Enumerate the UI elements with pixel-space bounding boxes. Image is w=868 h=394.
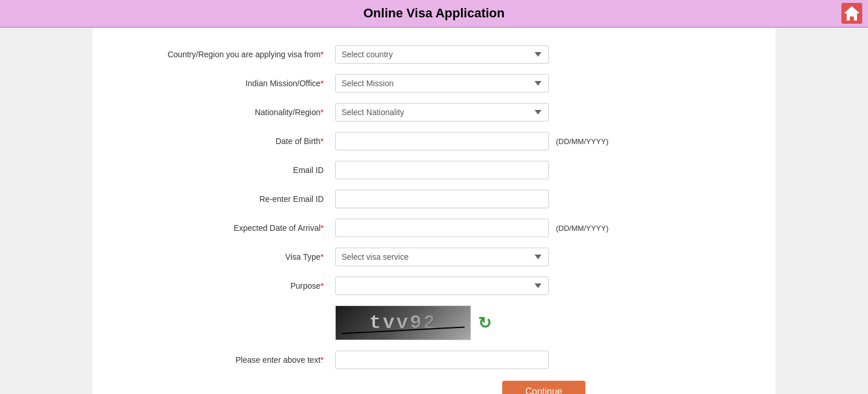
country-label: Country/Region you are applying visa fro… <box>116 50 335 59</box>
arrival-row: Expected Date of Arrival* (DD/MM/YYYY) <box>116 219 752 237</box>
purpose-select[interactable] <box>335 277 549 295</box>
captcha-input-label: Please enter above text* <box>116 355 335 364</box>
captcha-input[interactable] <box>335 351 549 369</box>
home-icon-container[interactable] <box>841 3 862 26</box>
purpose-row: Purpose* <box>116 277 752 295</box>
captcha-refresh-icon[interactable]: ↻ <box>478 314 491 333</box>
page-title: Online Visa Application <box>0 6 868 21</box>
continue-button[interactable]: Continue <box>502 381 585 394</box>
arrival-input[interactable] <box>335 219 549 237</box>
reenter-email-input[interactable] <box>335 190 549 208</box>
nationality-select[interactable]: Select Nationality <box>335 103 549 121</box>
email-input[interactable] <box>335 161 549 179</box>
nationality-label: Nationality/Region* <box>116 108 335 117</box>
home-icon[interactable] <box>841 3 862 24</box>
reenter-email-row: Re-enter Email ID <box>116 190 752 208</box>
country-row: Country/Region you are applying visa fro… <box>116 45 752 64</box>
main-form-container: Country/Region you are applying visa fro… <box>92 28 776 394</box>
country-select[interactable]: Select country <box>335 45 549 64</box>
arrival-hint: (DD/MM/YYYY) <box>556 224 609 233</box>
dob-hint: (DD/MM/YYYY) <box>556 137 609 146</box>
arrival-label: Expected Date of Arrival* <box>116 223 335 233</box>
email-label: Email ID <box>116 165 335 175</box>
reenter-email-label: Re-enter Email ID <box>116 194 335 204</box>
visa-type-select[interactable]: Select visa service <box>335 248 549 266</box>
purpose-label: Purpose* <box>116 281 335 290</box>
dob-label: Date of Birth* <box>116 137 335 146</box>
captcha-container: tvv92 ↻ <box>335 305 491 340</box>
email-row: Email ID <box>116 161 752 179</box>
visa-type-row: Visa Type* Select visa service <box>116 248 752 266</box>
mission-label: Indian Mission/Office* <box>116 79 335 88</box>
continue-row: Continue <box>116 381 752 394</box>
captcha-input-row: Please enter above text* <box>116 351 752 369</box>
nationality-row: Nationality/Region* Select Nationality <box>116 103 752 121</box>
captcha-image: tvv92 <box>335 305 471 340</box>
dob-input[interactable] <box>335 132 549 150</box>
captcha-row: tvv92 ↻ <box>116 305 752 340</box>
dob-row: Date of Birth* (DD/MM/YYYY) <box>116 132 752 150</box>
mission-row: Indian Mission/Office* Select Mission <box>116 74 752 93</box>
visa-type-label: Visa Type* <box>116 252 335 262</box>
mission-select[interactable]: Select Mission <box>335 74 549 93</box>
captcha-text-display: tvv92 <box>369 312 437 334</box>
top-header: Online Visa Application <box>0 0 868 28</box>
